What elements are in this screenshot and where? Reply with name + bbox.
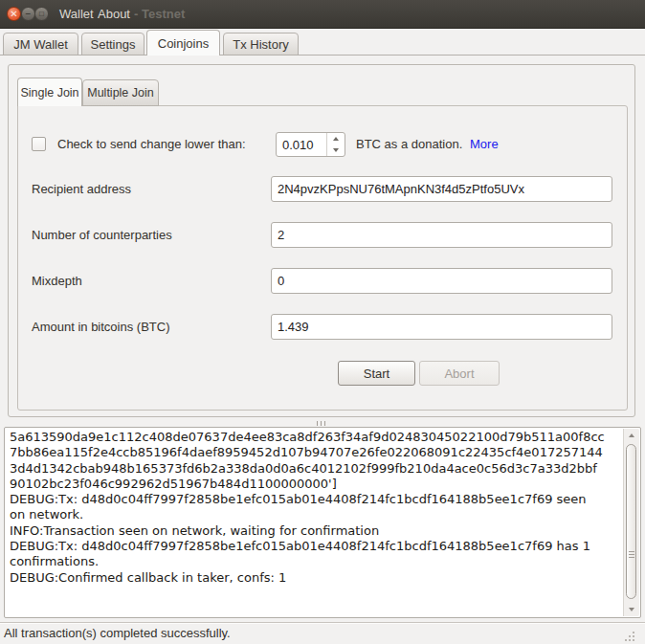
menu-item-about[interactable]: About — [98, 0, 130, 29]
amount-btc-label: Amount in bitcoins (BTC) — [32, 314, 170, 340]
application-window: ✕ − □ Wallet About - Testnet JM Wallet S… — [0, 0, 645, 644]
window-title-remnant: - Testnet — [134, 0, 185, 29]
start-button[interactable]: Start — [338, 361, 415, 386]
close-button[interactable]: ✕ — [7, 7, 21, 21]
abort-button[interactable]: Abort — [419, 361, 500, 386]
scrollbar-grip-icon — [629, 549, 634, 560]
splitter-grip-icon — [317, 421, 325, 426]
recipient-address-input[interactable] — [271, 176, 612, 202]
spin-buttons — [326, 133, 345, 156]
donation-amount-spinbox[interactable] — [276, 132, 345, 157]
scroll-down-button[interactable] — [624, 604, 639, 615]
menu-item-wallet[interactable]: Wallet — [59, 0, 94, 29]
close-icon: ✕ — [10, 10, 17, 19]
scroll-up-button[interactable] — [624, 430, 639, 441]
donation-checkbox[interactable] — [32, 137, 46, 151]
tab-coinjoins[interactable]: Coinjoins — [146, 30, 220, 56]
minimize-button[interactable]: − — [21, 7, 35, 21]
counterparties-input[interactable] — [271, 222, 612, 248]
spin-down-icon — [333, 148, 339, 152]
scrollbar-thumb[interactable] — [626, 444, 636, 599]
donation-suffix-label: BTC as a donation. — [356, 132, 462, 157]
donation-amount-input[interactable] — [277, 133, 326, 156]
subtab-single-join[interactable]: Single Join — [17, 78, 82, 106]
status-bar: All transaction(s) completed successfull… — [0, 622, 645, 644]
amount-btc-input[interactable] — [271, 314, 612, 340]
donation-checkbox-label: Check to send change lower than: — [57, 132, 246, 157]
counterparties-label: Number of counterparties — [32, 222, 172, 248]
minimize-icon: − — [26, 10, 32, 19]
scroll-up-icon — [629, 433, 634, 437]
log-output[interactable]: 5a613590da9e1c112c408de07637de4ee83ca8df… — [4, 427, 641, 618]
log-text[interactable]: 5a613590da9e1c112c408de07637de4ee83ca8df… — [10, 430, 622, 615]
mixdepth-label: Mixdepth — [32, 268, 82, 294]
log-scrollbar[interactable] — [623, 429, 639, 616]
recipient-address-label: Recipient address — [32, 176, 131, 202]
splitter-handle[interactable] — [0, 419, 645, 427]
subtab-multiple-join[interactable]: Multiple Join — [82, 79, 159, 106]
spin-down-button[interactable] — [327, 144, 345, 156]
spin-up-icon — [333, 137, 339, 141]
window-titlebar[interactable]: ✕ − □ Wallet About - Testnet — [0, 0, 645, 29]
tab-tx-history[interactable]: Tx History — [223, 33, 299, 56]
scroll-down-icon — [629, 608, 634, 611]
resize-grip[interactable] — [633, 632, 634, 633]
spin-up-button[interactable] — [327, 133, 345, 144]
mixdepth-input[interactable] — [271, 268, 612, 294]
more-link[interactable]: More — [470, 132, 499, 157]
maximize-button[interactable]: □ — [34, 7, 49, 21]
maximize-icon: □ — [39, 11, 44, 18]
status-message: All transaction(s) completed successfull… — [4, 623, 231, 644]
tab-settings[interactable]: Settings — [81, 33, 145, 56]
tab-jm-wallet[interactable]: JM Wallet — [3, 33, 78, 56]
